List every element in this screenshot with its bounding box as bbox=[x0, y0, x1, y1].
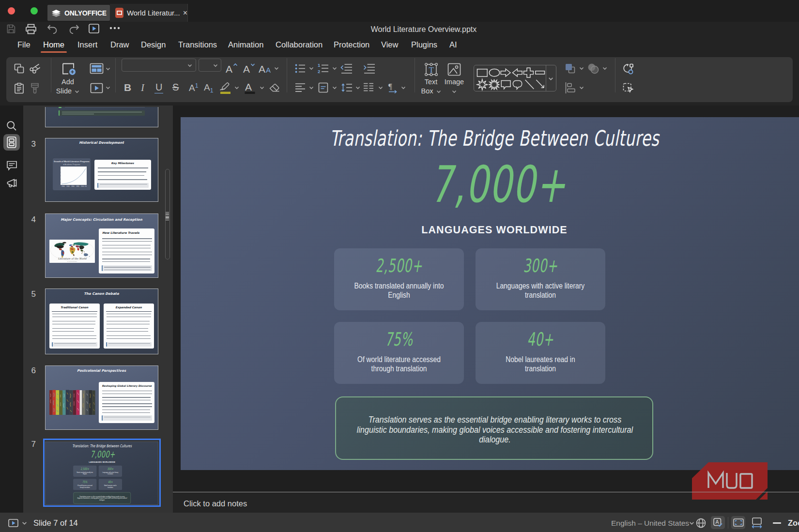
fit-to-width-icon[interactable] bbox=[752, 517, 762, 529]
shapes-gallery-icons[interactable] bbox=[476, 66, 546, 91]
bullet-list-chevron-icon[interactable] bbox=[309, 67, 314, 70]
preview-chevron-icon[interactable] bbox=[106, 86, 110, 90]
arrange-shape-icon[interactable] bbox=[565, 63, 575, 74]
current-slide-canvas[interactable]: Translation: The Bridge Between Cultures… bbox=[181, 117, 799, 470]
menu-collaboration[interactable]: Collaboration bbox=[276, 40, 323, 49]
horizontal-align-icon[interactable] bbox=[295, 83, 306, 92]
bold-button[interactable]: B bbox=[124, 82, 131, 93]
decrease-font-icon[interactable]: A bbox=[243, 62, 256, 75]
paste-icon[interactable] bbox=[14, 83, 24, 94]
font-name-combobox[interactable] bbox=[122, 59, 196, 72]
paragraph-settings-icon[interactable]: ¶ bbox=[387, 81, 398, 94]
menu-protection[interactable]: Protection bbox=[334, 40, 369, 49]
slides-panel-button[interactable] bbox=[3, 134, 20, 151]
format-painter-icon[interactable] bbox=[30, 83, 40, 94]
slide-layout-chevron-icon[interactable] bbox=[106, 67, 110, 71]
notes-splitter[interactable] bbox=[173, 492, 799, 492]
search-button[interactable] bbox=[3, 118, 20, 134]
menu-transitions[interactable]: Transitions bbox=[178, 40, 217, 49]
select-icon[interactable] bbox=[623, 83, 634, 94]
align-objects-icon[interactable] bbox=[565, 82, 575, 93]
bullet-list-icon[interactable] bbox=[295, 63, 306, 74]
zoom-out-icon[interactable] bbox=[773, 522, 781, 524]
image-button[interactable]: Image bbox=[437, 77, 472, 96]
preview-slideshow-icon[interactable] bbox=[90, 83, 103, 93]
thumbnail-slide-2[interactable] bbox=[45, 107, 158, 127]
vertical-align-chevron-icon[interactable] bbox=[332, 86, 337, 90]
line-spacing-chevron-icon[interactable] bbox=[355, 86, 360, 90]
menu-ai[interactable]: AI bbox=[449, 40, 457, 49]
paragraph-chevron-icon[interactable] bbox=[401, 86, 406, 90]
window-close-button[interactable] bbox=[8, 7, 15, 15]
shapes-gallery-chevron-icon[interactable] bbox=[548, 77, 553, 81]
italic-button[interactable]: I bbox=[141, 82, 144, 94]
more-icon[interactable] bbox=[109, 27, 120, 30]
thumbnail-slide-4[interactable]: Major Concepts: Circulation and Receptio… bbox=[45, 213, 158, 278]
align-objects-chevron-icon[interactable] bbox=[579, 86, 584, 90]
font-size-combobox[interactable] bbox=[199, 59, 221, 72]
increase-font-icon[interactable]: A bbox=[225, 62, 238, 75]
cut-icon[interactable] bbox=[30, 63, 41, 74]
menu-view[interactable]: View bbox=[381, 40, 398, 49]
feedback-button[interactable] bbox=[3, 175, 20, 192]
thumbnail-slide-3[interactable]: Historical Development Growth of World L… bbox=[45, 138, 158, 202]
window-zoom-button[interactable] bbox=[31, 7, 38, 15]
image-icon[interactable] bbox=[447, 63, 461, 76]
menu-plugins[interactable]: Plugins bbox=[411, 40, 437, 49]
language-selector[interactable]: English – United States bbox=[611, 519, 689, 528]
comments-button[interactable] bbox=[3, 157, 20, 174]
vertical-align-icon[interactable] bbox=[318, 82, 328, 93]
replace-icon[interactable] bbox=[623, 63, 633, 75]
document-tab[interactable]: World Literatur... × bbox=[110, 4, 188, 22]
menu-insert[interactable]: Insert bbox=[77, 40, 97, 49]
menu-home[interactable]: Home bbox=[43, 40, 64, 49]
highlight-color-icon[interactable] bbox=[219, 81, 232, 94]
merge-shapes-chevron-icon[interactable] bbox=[602, 67, 607, 70]
thumbnail-slide-5[interactable]: The Canon Debate Traditional Canon Expan… bbox=[45, 289, 158, 354]
save-icon[interactable] bbox=[6, 24, 16, 34]
thumbnail-slide-6[interactable]: Postcolonial Perspectives bbox=[45, 365, 158, 430]
notes-placeholder[interactable]: Click to add notes bbox=[184, 499, 247, 508]
increase-indent-icon[interactable] bbox=[363, 63, 375, 74]
font-color-chevron-icon[interactable] bbox=[260, 86, 264, 90]
numbered-list-icon[interactable]: 1 2 bbox=[318, 63, 329, 74]
undo-icon[interactable] bbox=[46, 24, 58, 34]
print-icon[interactable] bbox=[25, 24, 37, 34]
spellcheck-button[interactable]: A bbox=[711, 516, 725, 529]
statusbar-play-chevron-icon[interactable] bbox=[22, 521, 27, 525]
start-slideshow-icon[interactable] bbox=[89, 24, 99, 33]
highlight-chevron-icon[interactable] bbox=[234, 86, 239, 90]
menu-draw[interactable]: Draw bbox=[110, 40, 129, 49]
change-case-icon[interactable]: A A bbox=[259, 62, 273, 75]
slide-layout-icon[interactable] bbox=[90, 63, 104, 74]
merge-shapes-icon[interactable] bbox=[587, 63, 599, 74]
add-slide-icon[interactable] bbox=[61, 62, 76, 76]
horizontal-align-chevron-icon[interactable] bbox=[309, 86, 314, 90]
columns-chevron-icon[interactable] bbox=[378, 86, 383, 90]
copy-icon[interactable] bbox=[14, 63, 24, 74]
arrange-chevron-icon[interactable] bbox=[579, 67, 584, 70]
thumbnail-slide-7[interactable]: Translation: The Bridge Between Cultures… bbox=[45, 441, 158, 505]
language-chevron-icon[interactable] bbox=[689, 521, 694, 525]
line-spacing-icon[interactable] bbox=[341, 82, 352, 93]
menu-design[interactable]: Design bbox=[141, 40, 166, 49]
font-color-icon[interactable]: A bbox=[244, 81, 256, 94]
statusbar-play-icon[interactable] bbox=[8, 519, 18, 527]
fit-to-slide-button[interactable] bbox=[731, 516, 745, 529]
text-box-icon[interactable]: T bbox=[424, 62, 439, 77]
underline-button[interactable]: U bbox=[154, 82, 163, 93]
columns-icon[interactable] bbox=[363, 82, 374, 93]
tab-close-icon[interactable]: × bbox=[183, 9, 187, 17]
menu-animation[interactable]: Animation bbox=[228, 40, 263, 49]
decrease-indent-icon[interactable] bbox=[340, 63, 352, 74]
change-case-chevron-icon[interactable] bbox=[274, 67, 279, 70]
add-slide-button[interactable]: Add Slide bbox=[54, 77, 82, 96]
panel-resize-handle[interactable] bbox=[166, 212, 169, 220]
superscript-button[interactable]: A1 bbox=[189, 82, 198, 93]
clear-style-icon[interactable] bbox=[268, 83, 280, 92]
spellcheck-language-globe-icon[interactable] bbox=[696, 518, 706, 528]
strikethrough-button[interactable]: S bbox=[171, 82, 180, 93]
menu-file[interactable]: File bbox=[17, 40, 31, 49]
onlyoffice-main-tab[interactable]: ONLYOFFICE bbox=[47, 5, 110, 21]
subscript-button[interactable]: A1 bbox=[204, 82, 213, 94]
